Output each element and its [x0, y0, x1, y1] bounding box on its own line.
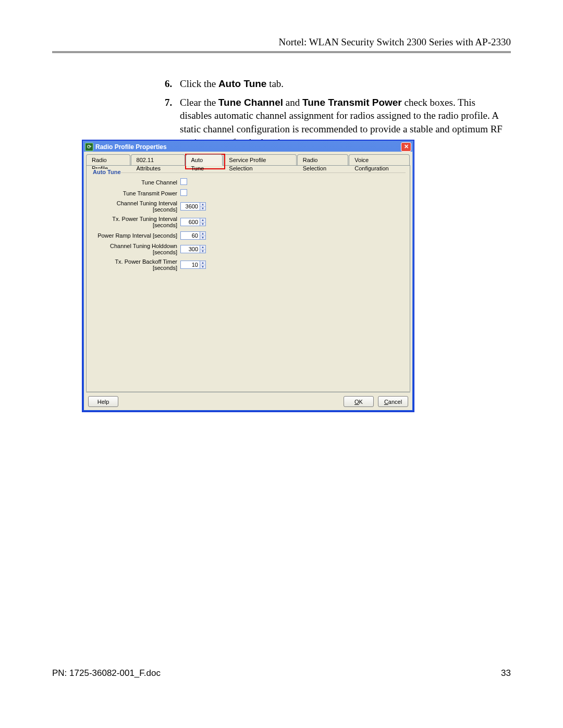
- ok-button[interactable]: OK: [344, 396, 374, 407]
- bold-term: Auto Tune: [218, 78, 267, 89]
- header-rule: [52, 51, 511, 53]
- spin-down-icon[interactable]: ▼: [200, 236, 205, 240]
- bold-term: Tune Transmit Power: [302, 97, 402, 108]
- spin-up-icon[interactable]: ▲: [200, 203, 205, 207]
- doc-header: Nortel: WLAN Security Switch 2300 Series…: [52, 36, 511, 51]
- dialog-titlebar[interactable]: ⟳ Radio Profile Properties ✕: [84, 142, 412, 152]
- footer-partnumber: PN: 1725-36082-001_F.doc: [52, 668, 161, 678]
- spin-down-icon[interactable]: ▼: [200, 265, 205, 269]
- footer-pagenumber: 33: [501, 668, 511, 678]
- close-icon[interactable]: ✕: [401, 142, 411, 152]
- groupbox-line: [121, 172, 406, 173]
- power-ramp-interval-seconds--input[interactable]: 60: [180, 231, 200, 240]
- spin-up-icon[interactable]: ▲: [200, 245, 205, 250]
- groupbox-title: Auto Tune: [91, 169, 123, 175]
- field-label: Tune Channel: [94, 179, 177, 186]
- field-label: Power Ramp Interval [seconds]: [94, 232, 177, 239]
- spin-down-icon[interactable]: ▼: [200, 223, 205, 226]
- auto-tune-form: Tune ChannelTune Transmit PowerChannel T…: [94, 178, 402, 271]
- field-label: Channel Tuning Holddown [seconds]: [94, 243, 177, 255]
- field-label: Tx. Power Tuning Interval [seconds]: [94, 216, 177, 228]
- tx-power-tuning-interval-seconds--input[interactable]: 600: [180, 218, 200, 226]
- tab-radio-selection[interactable]: Radio Selection: [297, 154, 349, 165]
- dialog-title: Radio Profile Properties: [95, 143, 167, 151]
- cancel-button[interactable]: Cancel: [378, 396, 408, 407]
- instruction-list: Click the Auto Tune tab.Clear the Tune C…: [154, 77, 506, 149]
- tab-radio-profile[interactable]: Radio Profile: [86, 154, 130, 165]
- app-icon: ⟳: [85, 143, 93, 151]
- radio-profile-properties-dialog: ⟳ Radio Profile Properties ✕ Radio Profi…: [82, 140, 414, 412]
- channel-tuning-interval-seconds--input[interactable]: 3600: [180, 202, 200, 211]
- spin-up-icon[interactable]: ▲: [200, 218, 205, 223]
- help-button[interactable]: Help: [88, 396, 118, 407]
- field-label: Tx. Power Backoff Timer [seconds]: [94, 258, 177, 271]
- spin-up-icon[interactable]: ▲: [200, 261, 205, 265]
- channel-tuning-holddown-seconds--input[interactable]: 300: [180, 245, 200, 253]
- spin-up-icon[interactable]: ▲: [200, 232, 205, 236]
- tab-voice-configuration[interactable]: Voice Configuration: [349, 154, 410, 165]
- tab-service-profile-selection[interactable]: Service Profile Selection: [223, 154, 296, 165]
- auto-tune-groupbox: Auto Tune Tune ChannelTune Transmit Powe…: [91, 169, 406, 274]
- instruction-item: Click the Auto Tune tab.: [175, 77, 506, 91]
- tune-transmit-power-checkbox[interactable]: [180, 189, 187, 196]
- dialog-footer: Help OK Cancel: [86, 391, 410, 408]
- dialog-tabstrip: Radio Profile802.11 AttributesAuto TuneS…: [84, 152, 412, 165]
- tab-802-11-attributes[interactable]: 802.11 Attributes: [131, 154, 185, 165]
- auto-tune-panel: Auto Tune Tune ChannelTune Transmit Powe…: [86, 165, 410, 392]
- bold-term: Tune Channel: [218, 97, 283, 108]
- tx-power-backoff-timer-seconds--input[interactable]: 10: [180, 261, 200, 269]
- spin-down-icon[interactable]: ▼: [200, 207, 205, 211]
- field-label: Channel Tuning Interval [seconds]: [94, 200, 177, 213]
- page-footer: PN: 1725-36082-001_F.doc 33: [52, 668, 511, 678]
- spin-down-icon[interactable]: ▼: [200, 250, 205, 253]
- field-label: Tune Transmit Power: [94, 190, 177, 196]
- tune-channel-checkbox[interactable]: [180, 178, 187, 185]
- tab-auto-tune[interactable]: Auto Tune: [186, 154, 223, 166]
